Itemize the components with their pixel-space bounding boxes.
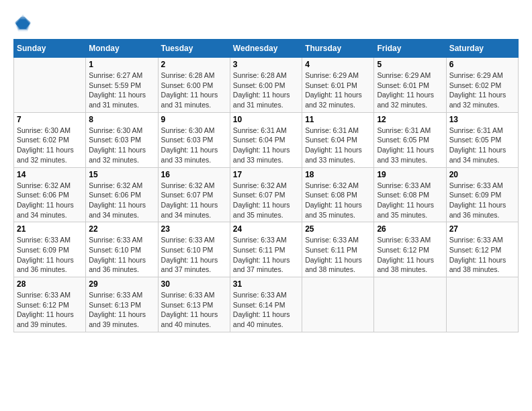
day-number: 9 (161, 115, 227, 124)
logo-icon (13, 13, 32, 32)
day-number: 20 (449, 170, 515, 179)
calendar-cell: 15Sunrise: 6:32 AM Sunset: 6:06 PM Dayli… (86, 167, 158, 222)
day-details: Sunrise: 6:33 AM Sunset: 6:10 PM Dayligh… (89, 235, 154, 275)
day-number: 17 (233, 170, 299, 179)
calendar-cell: 10Sunrise: 6:31 AM Sunset: 6:04 PM Dayli… (230, 112, 302, 167)
calendar-week-row: 7Sunrise: 6:30 AM Sunset: 6:02 PM Daylig… (14, 112, 519, 167)
calendar-cell: 22Sunrise: 6:33 AM Sunset: 6:10 PM Dayli… (86, 222, 158, 277)
day-number: 21 (17, 224, 83, 234)
day-details: Sunrise: 6:33 AM Sunset: 6:09 PM Dayligh… (17, 235, 83, 275)
day-details: Sunrise: 6:33 AM Sunset: 6:12 PM Dayligh… (377, 235, 443, 275)
calendar-cell (446, 277, 518, 332)
calendar-cell: 28Sunrise: 6:33 AM Sunset: 6:12 PM Dayli… (14, 277, 86, 332)
day-details: Sunrise: 6:29 AM Sunset: 6:01 PM Dayligh… (305, 71, 371, 110)
calendar-cell: 2Sunrise: 6:28 AM Sunset: 6:00 PM Daylig… (158, 58, 230, 113)
day-number: 8 (89, 115, 154, 124)
calendar-cell: 26Sunrise: 6:33 AM Sunset: 6:12 PM Dayli… (374, 222, 446, 277)
calendar-cell: 29Sunrise: 6:33 AM Sunset: 6:13 PM Dayli… (86, 277, 158, 332)
day-details: Sunrise: 6:29 AM Sunset: 6:01 PM Dayligh… (377, 71, 443, 110)
header-cell-saturday: Saturday (446, 40, 518, 58)
calendar-cell: 17Sunrise: 6:32 AM Sunset: 6:07 PM Dayli… (230, 167, 302, 222)
day-details: Sunrise: 6:33 AM Sunset: 6:12 PM Dayligh… (17, 290, 83, 330)
day-number: 12 (377, 115, 443, 124)
day-details: Sunrise: 6:33 AM Sunset: 6:12 PM Dayligh… (449, 235, 515, 275)
calendar-cell: 11Sunrise: 6:31 AM Sunset: 6:04 PM Dayli… (302, 112, 374, 167)
header-cell-sunday: Sunday (14, 40, 86, 58)
header-cell-monday: Monday (86, 40, 158, 58)
header-cell-wednesday: Wednesday (230, 40, 302, 58)
day-number: 16 (161, 170, 227, 179)
header-cell-thursday: Thursday (302, 40, 374, 58)
day-details: Sunrise: 6:32 AM Sunset: 6:06 PM Dayligh… (17, 181, 83, 220)
calendar-cell: 4Sunrise: 6:29 AM Sunset: 6:01 PM Daylig… (302, 58, 374, 113)
logo (13, 13, 35, 32)
day-number: 31 (233, 279, 299, 289)
day-details: Sunrise: 6:32 AM Sunset: 6:08 PM Dayligh… (305, 181, 371, 220)
day-details: Sunrise: 6:31 AM Sunset: 6:04 PM Dayligh… (233, 126, 299, 165)
calendar-cell: 8Sunrise: 6:30 AM Sunset: 6:03 PM Daylig… (86, 112, 158, 167)
day-details: Sunrise: 6:33 AM Sunset: 6:09 PM Dayligh… (449, 181, 515, 220)
day-number: 14 (17, 170, 83, 179)
day-details: Sunrise: 6:33 AM Sunset: 6:11 PM Dayligh… (233, 235, 299, 275)
day-number: 28 (17, 279, 83, 289)
header-cell-tuesday: Tuesday (158, 40, 230, 58)
calendar-week-row: 14Sunrise: 6:32 AM Sunset: 6:06 PM Dayli… (14, 167, 519, 222)
calendar-cell: 6Sunrise: 6:29 AM Sunset: 6:02 PM Daylig… (446, 58, 518, 113)
day-details: Sunrise: 6:27 AM Sunset: 5:59 PM Dayligh… (89, 71, 154, 110)
calendar-cell: 27Sunrise: 6:33 AM Sunset: 6:12 PM Dayli… (446, 222, 518, 277)
calendar-cell (302, 277, 374, 332)
day-number: 11 (305, 115, 371, 124)
calendar-cell: 21Sunrise: 6:33 AM Sunset: 6:09 PM Dayli… (14, 222, 86, 277)
calendar-cell: 30Sunrise: 6:33 AM Sunset: 6:13 PM Dayli… (158, 277, 230, 332)
day-number: 29 (89, 279, 154, 289)
day-details: Sunrise: 6:33 AM Sunset: 6:13 PM Dayligh… (161, 290, 227, 330)
calendar-week-row: 28Sunrise: 6:33 AM Sunset: 6:12 PM Dayli… (14, 277, 519, 332)
calendar-cell: 16Sunrise: 6:32 AM Sunset: 6:07 PM Dayli… (158, 167, 230, 222)
day-number: 7 (17, 115, 83, 124)
calendar-cell: 19Sunrise: 6:33 AM Sunset: 6:08 PM Dayli… (374, 167, 446, 222)
day-number: 3 (233, 60, 299, 69)
calendar-cell: 14Sunrise: 6:32 AM Sunset: 6:06 PM Dayli… (14, 167, 86, 222)
calendar-cell: 9Sunrise: 6:30 AM Sunset: 6:03 PM Daylig… (158, 112, 230, 167)
day-details: Sunrise: 6:32 AM Sunset: 6:07 PM Dayligh… (233, 181, 299, 220)
day-details: Sunrise: 6:31 AM Sunset: 6:04 PM Dayligh… (305, 126, 371, 165)
day-number: 19 (377, 170, 443, 179)
day-number: 15 (89, 170, 154, 179)
calendar-cell: 31Sunrise: 6:33 AM Sunset: 6:14 PM Dayli… (230, 277, 302, 332)
day-number: 22 (89, 224, 154, 234)
calendar-cell: 23Sunrise: 6:33 AM Sunset: 6:10 PM Dayli… (158, 222, 230, 277)
day-details: Sunrise: 6:33 AM Sunset: 6:10 PM Dayligh… (161, 235, 227, 275)
calendar-table: SundayMondayTuesdayWednesdayThursdayFrid… (13, 39, 519, 332)
calendar-cell: 12Sunrise: 6:31 AM Sunset: 6:05 PM Dayli… (374, 112, 446, 167)
day-number: 25 (305, 224, 371, 234)
day-details: Sunrise: 6:30 AM Sunset: 6:03 PM Dayligh… (161, 126, 227, 165)
calendar-cell: 13Sunrise: 6:31 AM Sunset: 6:05 PM Dayli… (446, 112, 518, 167)
calendar-cell: 24Sunrise: 6:33 AM Sunset: 6:11 PM Dayli… (230, 222, 302, 277)
calendar-cell (14, 58, 86, 113)
day-details: Sunrise: 6:30 AM Sunset: 6:02 PM Dayligh… (17, 126, 83, 165)
day-details: Sunrise: 6:33 AM Sunset: 6:13 PM Dayligh… (89, 290, 154, 330)
day-details: Sunrise: 6:28 AM Sunset: 6:00 PM Dayligh… (161, 71, 227, 110)
calendar-cell: 18Sunrise: 6:32 AM Sunset: 6:08 PM Dayli… (302, 167, 374, 222)
day-details: Sunrise: 6:28 AM Sunset: 6:00 PM Dayligh… (233, 71, 299, 110)
day-details: Sunrise: 6:32 AM Sunset: 6:07 PM Dayligh… (161, 181, 227, 220)
day-number: 10 (233, 115, 299, 124)
day-details: Sunrise: 6:33 AM Sunset: 6:08 PM Dayligh… (377, 181, 443, 220)
day-number: 2 (161, 60, 227, 69)
day-number: 24 (233, 224, 299, 234)
calendar-cell: 20Sunrise: 6:33 AM Sunset: 6:09 PM Dayli… (446, 167, 518, 222)
day-details: Sunrise: 6:30 AM Sunset: 6:03 PM Dayligh… (89, 126, 154, 165)
day-number: 13 (449, 115, 515, 124)
day-number: 4 (305, 60, 371, 69)
day-details: Sunrise: 6:33 AM Sunset: 6:14 PM Dayligh… (233, 290, 299, 330)
day-number: 6 (449, 60, 515, 69)
day-details: Sunrise: 6:32 AM Sunset: 6:06 PM Dayligh… (89, 181, 154, 220)
day-number: 23 (161, 224, 227, 234)
day-details: Sunrise: 6:33 AM Sunset: 6:11 PM Dayligh… (305, 235, 371, 275)
calendar-week-row: 1Sunrise: 6:27 AM Sunset: 5:59 PM Daylig… (14, 58, 519, 113)
day-number: 30 (161, 279, 227, 289)
calendar-cell (374, 277, 446, 332)
day-number: 1 (89, 60, 154, 69)
day-details: Sunrise: 6:31 AM Sunset: 6:05 PM Dayligh… (449, 126, 515, 165)
calendar-week-row: 21Sunrise: 6:33 AM Sunset: 6:09 PM Dayli… (14, 222, 519, 277)
